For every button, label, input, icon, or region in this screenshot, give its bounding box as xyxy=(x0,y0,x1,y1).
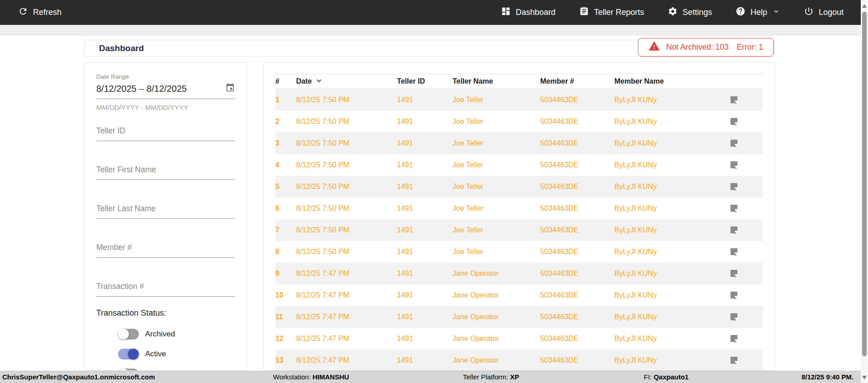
table-row[interactable]: 118/12/25 7:47 PM1491Jane Operator503446… xyxy=(275,306,763,328)
member-name-cell: ByLyJI KUNy xyxy=(614,270,719,278)
date-range-value: 8/12/2025 – 8/12/2025 xyxy=(96,84,187,94)
teller-name-cell: Jane Operator xyxy=(453,270,540,278)
member-number-cell: 5034463DE xyxy=(540,183,614,191)
row-number: 3 xyxy=(275,139,296,147)
teller-id-cell: 1491 xyxy=(397,335,453,343)
date-range-input[interactable]: 8/12/2025 – 8/12/2025 xyxy=(96,83,235,99)
col-teller-id[interactable]: Teller ID xyxy=(397,77,453,85)
not-archived-alert[interactable]: Not Archived: 103 Error: 1 xyxy=(638,38,774,57)
teller-first-name-field[interactable]: Teller First Name xyxy=(96,165,235,180)
note-icon[interactable] xyxy=(729,334,740,344)
power-icon xyxy=(804,6,814,19)
member-number-cell: 5034463DE xyxy=(540,204,614,213)
member-name-cell: ByLyJI KUNy xyxy=(614,335,719,343)
scroll-down-arrow[interactable] xyxy=(862,376,867,379)
col-date[interactable]: Date xyxy=(296,76,397,87)
date-cell: 8/12/25 7:47 PM xyxy=(296,313,397,321)
teller-name-cell: Joe Teller xyxy=(453,226,540,234)
app-window: Refresh Dashboard Teller Reports Setting… xyxy=(0,0,868,383)
teller-id-cell: 1491 xyxy=(397,118,453,126)
table-row[interactable]: 78/12/25 7:50 PM1491Joe Teller5034463DEB… xyxy=(275,219,763,241)
note-icon[interactable] xyxy=(729,95,740,105)
table-row[interactable]: 68/12/25 7:50 PM1491Joe Teller5034463DEB… xyxy=(275,198,763,219)
refresh-label: Refresh xyxy=(33,8,61,17)
help-icon xyxy=(736,6,745,19)
filter-fields: Teller IDTeller First NameTeller Last Na… xyxy=(96,126,235,297)
transaction-field[interactable]: Transaction # xyxy=(96,282,235,297)
archived-toggle[interactable] xyxy=(118,329,139,340)
table-row[interactable]: 88/12/25 7:50 PM1491Joe Teller5034463DEB… xyxy=(275,241,763,263)
col-member-number[interactable]: Member # xyxy=(540,77,614,85)
member-number-cell: 5034463DE xyxy=(540,161,614,169)
teller-id-cell: 1491 xyxy=(397,96,453,104)
member-field[interactable]: Member # xyxy=(96,243,235,258)
nav-item-help[interactable]: Help xyxy=(736,6,780,19)
date-cell: 8/12/25 7:47 PM xyxy=(296,356,397,364)
nav-label-teller-reports: Teller Reports xyxy=(594,8,644,17)
table-row[interactable]: 48/12/25 7:50 PM1491Joe Teller5034463DEB… xyxy=(275,154,763,176)
teller-id-field[interactable]: Teller ID xyxy=(96,126,235,141)
note-icon[interactable] xyxy=(729,203,740,214)
nav-item-settings[interactable]: Settings xyxy=(668,6,712,19)
teller-id-cell: 1491 xyxy=(397,183,453,191)
status-bar: ChrisSuperTeller@Qaxpauto1.onmicrosoft.c… xyxy=(0,371,861,383)
member-name-cell: ByLyJI KUNy xyxy=(614,226,719,234)
member-name-cell: ByLyJI KUNy xyxy=(614,204,719,213)
date-cell: 8/12/25 7:50 PM xyxy=(296,139,397,147)
note-icon[interactable] xyxy=(729,160,740,170)
table-header: # Date Teller ID Teller Name Member # Me… xyxy=(275,74,763,89)
nav-label-help: Help xyxy=(750,8,767,17)
table-body: 18/12/25 7:50 PM1491Joe Teller5034463DEB… xyxy=(275,89,763,371)
nav-item-logout[interactable]: Logout xyxy=(804,6,844,19)
row-number: 9 xyxy=(275,270,296,278)
table-row[interactable]: 108/12/25 7:47 PM1491Jane Operator503446… xyxy=(275,284,763,306)
scroll-up-arrow[interactable] xyxy=(862,4,867,8)
note-icon[interactable] xyxy=(729,138,740,149)
sub-toolbar-band xyxy=(0,25,861,35)
teller-id-cell: 1491 xyxy=(397,270,453,278)
teller-last-name-field[interactable]: Teller Last Name xyxy=(96,204,235,219)
table-row[interactable]: 38/12/25 7:50 PM1491Joe Teller5034463DEB… xyxy=(275,132,763,154)
alert-error-text: Error: 1 xyxy=(737,43,763,52)
scrollbar-thumb[interactable] xyxy=(862,12,867,356)
note-icon[interactable] xyxy=(729,269,740,279)
teller-id-cell: 1491 xyxy=(397,291,453,299)
note-icon[interactable] xyxy=(729,312,740,322)
nav-label-settings: Settings xyxy=(683,8,712,17)
note-icon[interactable] xyxy=(729,225,740,236)
date-cell: 8/12/25 7:50 PM xyxy=(296,226,397,234)
col-member-name[interactable]: Member Name xyxy=(614,77,719,85)
table-row[interactable]: 58/12/25 7:50 PM1491Joe Teller5034463DEB… xyxy=(275,176,763,198)
note-icon[interactable] xyxy=(729,117,740,127)
table-row[interactable]: 128/12/25 7:47 PM1491Jane Operator503446… xyxy=(275,328,763,350)
active-toggle[interactable] xyxy=(118,349,139,359)
nav-item-teller-reports[interactable]: Teller Reports xyxy=(579,6,644,19)
note-icon[interactable] xyxy=(729,355,740,366)
calendar-icon[interactable] xyxy=(225,83,235,95)
note-icon[interactable] xyxy=(729,182,740,192)
date-cell: 8/12/25 7:50 PM xyxy=(296,118,397,126)
transaction-status-label: Transaction Status: xyxy=(96,308,235,318)
transactions-table-card: # Date Teller ID Teller Name Member # Me… xyxy=(263,62,775,371)
row-number: 5 xyxy=(275,183,296,191)
archived-toggle-row: Archived xyxy=(118,329,235,340)
member-name-cell: ByLyJI KUNy xyxy=(614,118,719,126)
refresh-button[interactable]: Refresh xyxy=(18,6,61,19)
note-icon[interactable] xyxy=(729,247,740,257)
nav-item-dashboard[interactable]: Dashboard xyxy=(501,6,556,19)
toggle-knob xyxy=(118,329,129,340)
table-row[interactable]: 28/12/25 7:50 PM1491Joe Teller5034463DEB… xyxy=(275,111,763,132)
transaction-status-toggles: ArchivedActiveError xyxy=(96,329,235,371)
date-cell: 8/12/25 7:47 PM xyxy=(296,335,397,343)
warning-icon xyxy=(648,40,660,54)
teller-name-cell: Joe Teller xyxy=(453,204,540,213)
table-row[interactable]: 138/12/25 7:47 PM1491Jane Operator503446… xyxy=(275,350,763,371)
table-row[interactable]: 18/12/25 7:50 PM1491Joe Teller5034463DEB… xyxy=(275,89,763,111)
member-number-cell: 5034463DE xyxy=(540,335,614,343)
note-icon[interactable] xyxy=(729,290,740,301)
sort-desc-icon xyxy=(315,76,323,87)
col-teller-name[interactable]: Teller Name xyxy=(453,77,540,85)
col-number[interactable]: # xyxy=(275,77,296,85)
table-row[interactable]: 98/12/25 7:47 PM1491Jane Operator5034463… xyxy=(275,263,763,284)
member-number-cell: 5034463DE xyxy=(540,139,614,147)
